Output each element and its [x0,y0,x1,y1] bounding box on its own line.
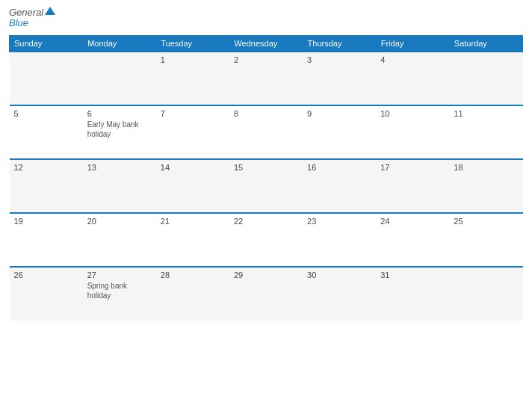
calendar-table: Sunday Monday Tuesday Wednesday Thursday… [9,35,523,321]
day-number: 20 [87,217,152,226]
event-label: Spring bank holiday [87,282,127,300]
calendar-cell: 5 [10,105,83,159]
day-number: 25 [454,217,518,226]
calendar-cell: 22 [229,213,303,267]
header-tuesday: Tuesday [156,35,229,52]
calendar-cell: 30 [303,267,376,321]
header-thursday: Thursday [303,35,376,52]
calendar-cell: 3 [303,52,376,105]
header-sunday: Sunday [10,35,83,52]
calendar-page: General Blue Sunday Monday Tuesday Wedne… [0,0,532,411]
calendar-cell: 15 [229,159,303,213]
calendar-cell: 13 [83,159,156,213]
calendar-cell: 8 [229,105,303,159]
days-header-row: Sunday Monday Tuesday Wednesday Thursday… [10,35,523,52]
day-number: 30 [307,271,371,279]
day-number: 11 [454,109,518,118]
day-number: 8 [234,109,298,118]
calendar-cell: 10 [376,105,449,159]
day-number: 29 [234,271,298,279]
calendar-week-3: 12131415161718 [10,159,523,213]
calendar-cell: 23 [303,213,376,267]
day-number: 17 [380,163,445,172]
calendar-cell: 7 [156,105,229,159]
calendar-week-2: 56Early May bank holiday7891011 [10,105,523,159]
calendar-week-4: 19202122232425 [10,213,523,267]
calendar-cell: 16 [303,159,376,213]
day-number: 27 [87,271,152,279]
calendar-cell: 27Spring bank holiday [83,267,156,321]
day-number: 6 [87,109,152,118]
calendar-cell [83,52,156,105]
day-number: 26 [14,271,78,279]
calendar-cell [10,52,83,105]
day-number: 19 [14,217,78,226]
calendar-cell: 11 [449,105,522,159]
day-number: 3 [307,55,371,64]
calendar-cell [449,267,522,321]
logo-triangle-icon [45,7,55,15]
calendar-cell: 31 [376,267,449,321]
header-wednesday: Wednesday [229,35,303,52]
day-number: 2 [234,55,298,64]
day-number: 9 [307,109,371,118]
calendar-cell: 24 [376,213,449,267]
calendar-cell: 18 [449,159,522,213]
day-number: 12 [14,163,78,172]
logo-general-text: General [9,7,43,18]
day-number: 14 [161,163,225,172]
day-number: 7 [161,109,225,118]
calendar-cell: 1 [156,52,229,105]
day-number: 21 [161,217,225,226]
day-number: 23 [307,217,371,226]
header-friday: Friday [376,35,449,52]
logo-blue-text: Blue [9,18,55,28]
calendar-cell [449,52,522,105]
calendar-cell: 29 [229,267,303,321]
logo: General Blue [9,7,55,29]
calendar-cell: 26 [10,267,83,321]
calendar-cell: 6Early May bank holiday [83,105,156,159]
calendar-cell: 12 [10,159,83,213]
day-number: 4 [380,55,445,64]
day-number: 22 [234,217,298,226]
calendar-cell: 21 [156,213,229,267]
event-label: Early May bank holiday [87,120,139,138]
day-number: 16 [307,163,371,172]
calendar-cell: 20 [83,213,156,267]
day-number: 1 [161,55,225,64]
day-number: 5 [14,109,78,118]
day-number: 13 [87,163,152,172]
calendar-cell: 14 [156,159,229,213]
calendar-header: General Blue [9,7,523,29]
calendar-week-5: 2627Spring bank holiday28293031 [10,267,523,321]
header-monday: Monday [83,35,156,52]
day-number: 31 [380,271,445,279]
day-number: 10 [380,109,445,118]
day-number: 28 [161,271,225,279]
calendar-cell: 28 [156,267,229,321]
calendar-week-1: 1234 [10,52,523,105]
header-saturday: Saturday [449,35,522,52]
calendar-cell: 4 [376,52,449,105]
calendar-cell: 19 [10,213,83,267]
calendar-cell: 9 [303,105,376,159]
day-number: 24 [380,217,445,226]
day-number: 15 [234,163,298,172]
calendar-cell: 25 [449,213,522,267]
calendar-cell: 17 [376,159,449,213]
calendar-cell: 2 [229,52,303,105]
day-number: 18 [454,163,518,172]
